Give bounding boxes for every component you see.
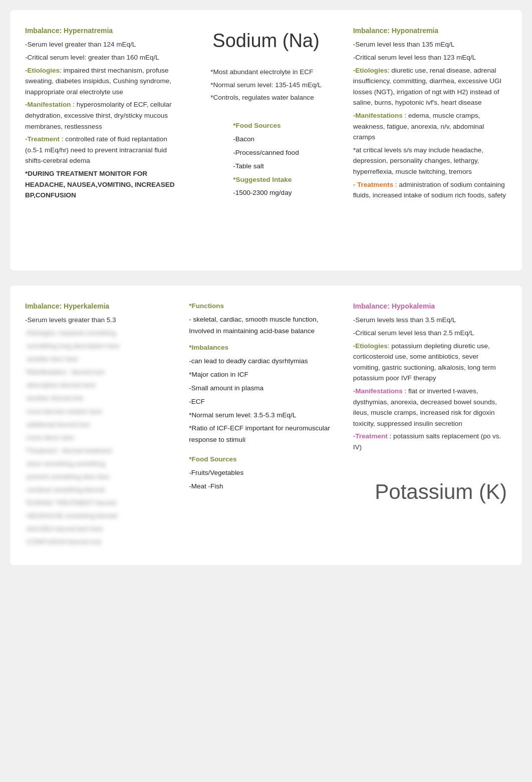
potassium-center: *Functions - skeletal, cardiac, smooth m…	[189, 301, 343, 550]
sodium-info: *Most abundant electrolyte in ECF *Norma…	[210, 67, 321, 105]
normal-serum: *Normal serum level: 3.5-5.3 mEq/L	[189, 410, 343, 421]
hypo-treatment-label: - Treatments	[353, 181, 393, 188]
sodium-normal: *Normal serum level: 135-145 mEq/L	[210, 80, 321, 91]
hypernatremia-title: Imbalance: Hypernatremia	[25, 25, 179, 36]
major-cation: *Major cation in ICF	[189, 369, 343, 381]
hypo-etiology-label: -Etiologies	[353, 67, 388, 74]
etiology-label: -Etiologies	[25, 67, 60, 74]
hypernatremia-manifestation: -Manifestation : hyperosmolarity of ECF,…	[25, 99, 179, 132]
hypernatremia-monitor: *DURING TREATMENT MONITOR FOR HEADACHE, …	[25, 168, 179, 201]
intake-label: *Suggested Intake	[233, 176, 292, 183]
hypernatremia-treatment: -Treatment : controlled rate of fluid re…	[25, 134, 179, 166]
hyponatremia-critical-note: *at critical levels s/s may include head…	[353, 145, 507, 177]
k-food-meat: -Meat -Fish	[189, 481, 343, 492]
hyponatremia-manifestation: -Manifestations : edema, muscle cramps, …	[353, 110, 507, 143]
sodium-abundant: *Most abundant electrolyte in ECF	[210, 67, 321, 78]
sodium-center: Sodium (Na) *Most abundant electrolyte i…	[189, 25, 343, 255]
hypokalemia-section: Imbalance: Hypokalemia -Serum levels les…	[353, 301, 507, 550]
potassium-title: Potassium (K)	[353, 455, 507, 508]
intake-value: -1500-2300 mg/day	[233, 187, 299, 199]
hyperkalemia-serum: -Serum levels greater than 5.3	[25, 315, 179, 326]
imbalances-label: *Imbalances	[189, 344, 228, 351]
food-bacon: -Bacon	[233, 134, 299, 145]
hypokalemia-serum: -Serum levels less than 3.5 mEq/L	[353, 315, 507, 326]
hypokal-manifestation-label: -Manifestations	[353, 387, 403, 395]
food-salt: -Table salt	[233, 161, 299, 172]
hypokalemia-manifestation: -Manifestations : flat or inverted t-wav…	[353, 386, 507, 429]
hyponatremia-serum: -Serum level less than 135 mEq/L	[353, 39, 507, 50]
hyponatremia-critical: -Critical serum level less than 123 mEq/…	[353, 52, 507, 63]
functions-text: - skeletal, cardiac, smooth muscle funct…	[189, 314, 343, 337]
hyperkalemia-blurred: -Etiologies: impaired something -somethi…	[25, 328, 179, 548]
hyponatremia-title: Imbalance: Hyponatremia	[353, 25, 507, 36]
sodium-card: Imbalance: Hypernatremia -Serum level gr…	[10, 10, 522, 271]
manifestation-label: -Manifestation	[25, 101, 71, 108]
sodium-food-sources: *Food Sources -Bacon -Process/canned foo…	[233, 120, 299, 201]
potassium-functions: *Functions - skeletal, cardiac, smooth m…	[189, 301, 343, 494]
hypernatremia-section: Imbalance: Hypernatremia -Serum level gr…	[25, 25, 179, 255]
hypokal-etiology-label: -Etiologies	[353, 342, 388, 350]
hyponatremia-section: Imbalance: Hyponatremia -Serum level les…	[353, 25, 507, 255]
small-plasma: -Small amount in plasma	[189, 383, 343, 394]
hypernatremia-serum: -Serum level greater than 124 mEq/L	[25, 39, 179, 50]
hypokalemia-critical: -Critical serum level less than 2.5 mEq/…	[353, 328, 507, 339]
sodium-controls: *Controls, regulates water balance	[210, 92, 321, 103]
ratio-text: *Ratio of ICF-ECF important for neuromus…	[189, 423, 343, 446]
treatment-label: -Treatment	[25, 135, 60, 143]
hypokalemia-etiology: -Etiologies: potassium depleting diureti…	[353, 341, 507, 384]
hyperkalemia-title: Imbalance: Hyperkalemia	[25, 301, 179, 312]
k-food-label: *Food Sources	[189, 455, 236, 463]
page: Imbalance: Hypernatremia -Serum level gr…	[0, 0, 532, 590]
hyponatremia-treatment: - Treatments : administration of sodium …	[353, 179, 507, 201]
hyperkalemia-section: Imbalance: Hyperkalemia -Serum levels gr…	[25, 301, 179, 550]
imbalances-text: -can lead to deadly cardiac dysrhtymias	[189, 356, 343, 367]
hypernatremia-etiology: -Etiologies: impaired thirst mechanism, …	[25, 65, 179, 98]
food-label: *Food Sources	[233, 122, 281, 129]
food-process: -Process/canned food	[233, 147, 299, 159]
k-food-veg: -Fruits/Vegetables	[189, 467, 343, 479]
potassium-card: Imbalance: Hyperkalemia -Serum levels gr…	[10, 286, 522, 565]
ecf-label: -ECF	[189, 396, 343, 408]
hypokalemia-title: Imbalance: Hypokalemia	[353, 301, 507, 312]
hypokal-treatment-label: -Treatment	[353, 432, 388, 440]
hypernatremia-critical: -Critical serum level: greater than 160 …	[25, 52, 179, 63]
hypo-manifestation-label: -Manifestations	[353, 112, 403, 119]
sodium-title: Sodium (Na)	[212, 30, 319, 52]
hypokalemia-treatment: -Treatment : potassium salts replacement…	[353, 431, 507, 452]
functions-label: *Functions	[189, 302, 224, 310]
hyponatremia-etiology: -Etiologies: diuretic use, renal disease…	[353, 65, 507, 108]
